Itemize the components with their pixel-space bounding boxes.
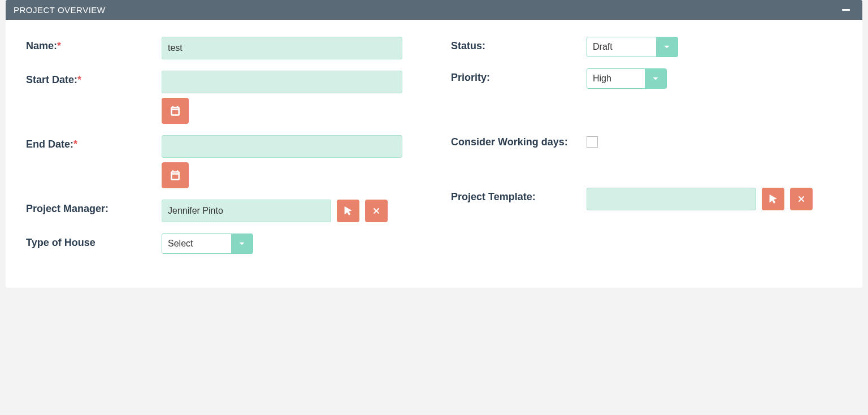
label-start-date-text: Start Date:: [26, 74, 77, 85]
project-template-input[interactable]: [587, 188, 756, 210]
label-start-date: Start Date:*: [26, 71, 162, 86]
project-manager-input[interactable]: [162, 200, 331, 222]
label-name: Name:*: [26, 37, 162, 52]
priority-select[interactable]: High: [587, 68, 667, 89]
project-template-clear-button[interactable]: [790, 188, 813, 210]
cursor-icon: [343, 206, 353, 216]
close-icon: [372, 206, 381, 215]
start-date-calendar-button[interactable]: [162, 98, 189, 124]
label-status: Status:: [451, 37, 587, 52]
label-project-manager: Project Manager:: [26, 200, 162, 215]
row-project-manager: Project Manager:: [26, 200, 417, 222]
panel-title: PROJECT OVERVIEW: [14, 5, 105, 15]
left-column: Name:* Start Date:*: [26, 37, 417, 265]
label-consider-working-days: Consider Working days:: [451, 133, 587, 148]
chevron-down-icon: [238, 240, 246, 248]
label-project-template: Project Template:: [451, 188, 587, 203]
chevron-down-icon: [663, 43, 671, 51]
required-marker: *: [77, 74, 81, 85]
row-end-date: End Date:*: [26, 135, 417, 188]
label-end-date-text: End Date:: [26, 139, 73, 150]
label-type-of-house: Type of House: [26, 234, 162, 249]
project-manager-clear-button[interactable]: [365, 200, 388, 222]
required-marker: *: [57, 40, 61, 51]
row-type-of-house: Type of House Select: [26, 234, 417, 254]
status-value: Draft: [587, 37, 656, 57]
calendar-icon: [170, 170, 181, 181]
end-date-calendar-button[interactable]: [162, 162, 189, 188]
start-date-input[interactable]: [162, 71, 402, 93]
project-template-pick-button[interactable]: [762, 188, 784, 210]
row-name: Name:*: [26, 37, 417, 59]
status-dropdown-button[interactable]: [656, 37, 678, 57]
required-marker: *: [73, 139, 77, 150]
priority-dropdown-button[interactable]: [645, 69, 666, 88]
row-status: Status: Draft: [451, 37, 842, 57]
name-input[interactable]: [162, 37, 402, 59]
status-select[interactable]: Draft: [587, 37, 678, 57]
close-icon: [797, 194, 806, 204]
right-column: Status: Draft Priority:: [451, 37, 842, 265]
type-of-house-select[interactable]: Select: [162, 234, 253, 254]
panel-body: Name:* Start Date:*: [6, 20, 862, 288]
panel-header: PROJECT OVERVIEW: [6, 0, 862, 20]
priority-value: High: [587, 69, 645, 88]
collapse-button[interactable]: [842, 9, 850, 11]
row-start-date: Start Date:*: [26, 71, 417, 124]
type-of-house-value: Select: [162, 234, 231, 253]
label-priority: Priority:: [451, 68, 587, 84]
row-project-template: Project Template:: [451, 188, 842, 210]
project-manager-pick-button[interactable]: [337, 200, 359, 222]
label-end-date: End Date:*: [26, 135, 162, 150]
cursor-icon: [768, 194, 778, 204]
chevron-down-icon: [652, 75, 659, 83]
type-of-house-dropdown-button[interactable]: [231, 234, 253, 253]
row-consider-working-days: Consider Working days:: [451, 133, 842, 148]
row-priority: Priority: High: [451, 68, 842, 89]
consider-working-days-checkbox[interactable]: [587, 136, 598, 148]
end-date-input[interactable]: [162, 135, 402, 158]
calendar-icon: [170, 105, 181, 116]
project-overview-panel: PROJECT OVERVIEW Name:* Start Date:*: [6, 0, 862, 288]
label-name-text: Name:: [26, 40, 57, 51]
